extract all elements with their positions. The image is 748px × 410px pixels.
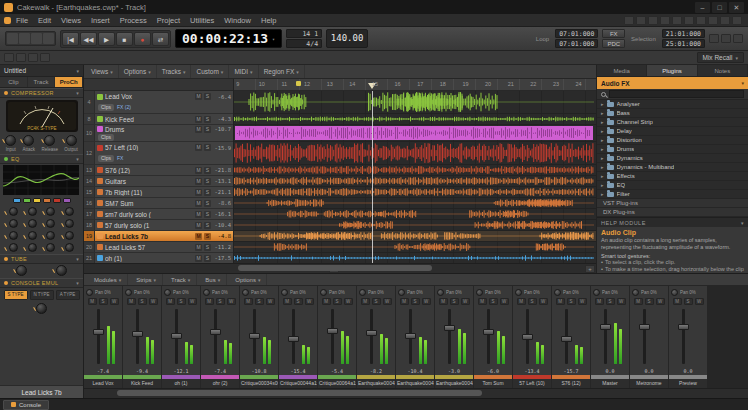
tube-knob[interactable] [16,265,27,276]
track-lane-oh-1[interactable] [234,253,596,263]
volume-fader[interactable] [630,307,668,366]
fx-category-filter[interactable]: ▸Filter [597,190,748,199]
solo-button[interactable]: S [204,244,211,251]
eq-band-button[interactable] [23,198,31,203]
maximize-button[interactable]: □ [712,2,727,13]
toolbar-icon[interactable] [40,53,50,62]
toolbar-icon[interactable] [732,16,742,25]
pan-knob[interactable] [437,289,444,296]
selection-end-time[interactable]: 25:01:000 [662,39,705,48]
mute-button[interactable]: M [195,126,202,133]
module-enable-led[interactable] [4,157,8,161]
eq-knob[interactable] [9,207,18,216]
volume-fader[interactable] [162,307,200,366]
mute-button[interactable]: M [195,255,202,262]
menu-file[interactable]: File [11,16,33,25]
strip-solo-button[interactable]: S [294,298,303,305]
browser-tab-notes[interactable]: Notes [698,65,748,76]
mute-button[interactable]: M [195,93,202,100]
mixer-strip-metronome[interactable]: Pan 0%MSW0.0Metronome [630,286,669,388]
console-view-tab[interactable]: Console [3,400,49,410]
strip-solo-button[interactable]: S [372,298,381,305]
pan-knob[interactable] [320,289,327,296]
selection-start-time[interactable]: 21:01:000 [662,29,705,38]
track-lane-sm7-durly-solo[interactable] [234,209,596,220]
strip-write-button[interactable]: W [617,298,626,305]
pan-knob[interactable] [632,289,639,296]
fader-handle[interactable] [171,333,182,339]
inspector-tab-track[interactable]: Track [28,77,56,87]
search-input[interactable] [609,90,744,98]
fx-rack-label[interactable]: FX [117,155,123,161]
fx-category-dynamics[interactable]: ▸Dynamics [597,154,748,163]
strip-write-button[interactable]: W [188,298,197,305]
scrollbar-thumb[interactable] [117,390,482,396]
strip-write-button[interactable]: W [149,298,158,305]
solo-button[interactable]: S [204,200,211,207]
solo-button[interactable]: S [204,255,211,262]
eq-knob[interactable] [28,243,37,252]
smart-tool-icon[interactable] [7,33,18,44]
mixer-strip-kick-feed[interactable]: Pan 0%MSW-9.4Kick Feed [123,286,162,388]
eq-band-button[interactable] [33,198,41,203]
strip-solo-button[interactable]: S [177,298,186,305]
horizontal-scrollbar[interactable]: − + [84,263,596,273]
volume-fader[interactable] [318,307,356,366]
strip-write-button[interactable]: W [266,298,275,305]
rewind-to-start-button[interactable]: |◀ [62,32,79,46]
track-header-57-left-10[interactable]: 1257 Left (10)MS-15.9ClpsFX [84,142,233,165]
eq-knob[interactable] [65,207,74,216]
tube-module-header[interactable]: TUBE ▾ [0,254,83,264]
toolbar-icon[interactable] [708,16,718,25]
track-header-sm7-sum[interactable]: 16SM7 SumMS-8.6 [84,198,233,209]
strip-write-button[interactable]: W [500,298,509,305]
pan-knob[interactable] [515,289,522,296]
fader-handle[interactable] [483,329,494,335]
track-header-7b-right-11[interactable]: 157b Right (11)MS-21.1 [84,187,233,198]
pan-knob[interactable] [164,289,171,296]
fader-handle[interactable] [366,330,377,336]
solo-button[interactable]: S [204,93,211,100]
track-header-drums[interactable]: 10DrumsMS-10.7Clps [84,125,233,142]
volume-fader[interactable] [279,307,317,366]
mute-button[interactable]: M [195,178,202,185]
loop-marker-icon[interactable] [296,81,301,86]
knob-input[interactable] [5,135,16,146]
fx-category-delay[interactable]: ▸Delay [597,127,748,136]
toolbar-icon[interactable] [648,16,658,25]
trackview-menu-midi[interactable]: MIDI▾ [229,65,258,78]
pan-knob[interactable] [86,289,93,296]
pan-knob[interactable] [281,289,288,296]
mixer-strip-earthquake0004a4[interactable]: Pan 0%MSW-3.0Earthquake0004A4 [435,286,474,388]
strip-mute-button[interactable]: M [88,298,97,305]
strip-solo-button[interactable]: S [528,298,537,305]
pan-knob[interactable] [359,289,366,296]
console-menu-options[interactable]: Options▾ [229,274,267,285]
knob-output[interactable] [66,135,77,146]
eq-knob[interactable] [9,231,18,240]
track-lane-lead-vox[interactable] [234,91,596,114]
inspector-tab-proch[interactable]: ProCh [55,77,83,87]
strip-write-button[interactable]: W [461,298,470,305]
volume-fader[interactable] [552,307,590,366]
fx-category-drums[interactable]: ▸Drums [597,145,748,154]
pan-knob[interactable] [671,289,678,296]
console-menu-bus[interactable]: Bus▾ [199,274,227,285]
strip-solo-button[interactable]: S [606,298,615,305]
mixer-strip-critique00034s00[interactable]: Pan 0%MSW-10.8Critique00034s00 [240,286,279,388]
strip-mute-button[interactable]: M [244,298,253,305]
inspector-header[interactable]: Untitled ▾ [0,65,83,77]
eq-band-button[interactable] [63,198,71,203]
strip-mute-button[interactable]: M [556,298,565,305]
trackview-menu-custom[interactable]: Custom▾ [191,65,229,78]
track-lane-s76-12[interactable] [234,165,596,176]
volume-fader[interactable] [201,307,239,366]
pan-knob[interactable] [554,289,561,296]
meter-display[interactable]: 4/4 [286,39,322,48]
track-header-lead-licks-7b[interactable]: 19Lead Licks 7bMS-4.8 [84,231,233,242]
strip-mute-button[interactable]: M [205,298,214,305]
console-type-button-n-type[interactable]: N TYPE [30,290,54,300]
strip-mute-button[interactable]: M [595,298,604,305]
pan-knob[interactable] [476,289,483,296]
mixer-strip-s76-12[interactable]: Pan 0%MSW-15.7S76 (12) [552,286,591,388]
